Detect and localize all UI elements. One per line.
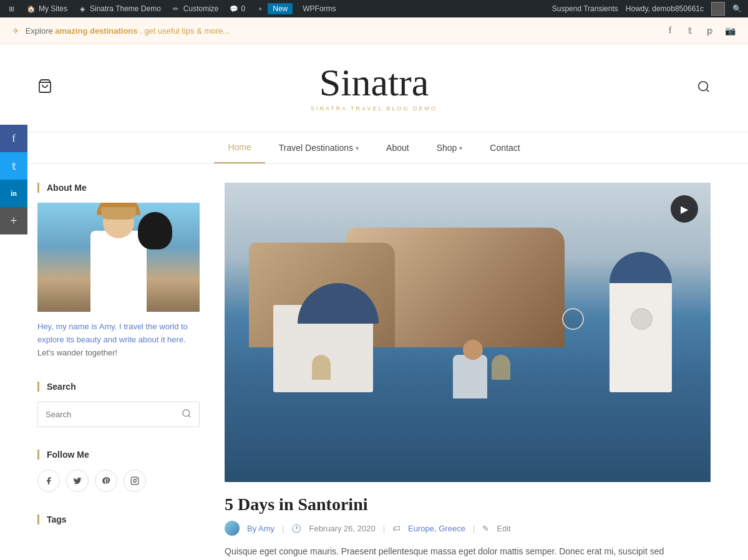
notice-pinterest-icon[interactable]: 𝕡 (704, 25, 716, 36)
tags-title: Tags (37, 514, 200, 524)
notice-rest: , get useful tips & more... (140, 26, 230, 36)
follow-pinterest-icon[interactable] (95, 470, 117, 492)
post-tag-icon: 🏷 (392, 524, 401, 533)
notice-intro: Explore (26, 26, 56, 36)
new-button[interactable]: New (268, 3, 293, 14)
search-input[interactable] (38, 403, 174, 425)
sidebar-facebook-btn[interactable]: f (0, 125, 27, 152)
nav-item-shop[interactable]: Shop ▾ (423, 133, 477, 163)
tags-section: Tags (37, 514, 200, 524)
svg-point-7 (137, 479, 137, 480)
my-sites-label: My Sites (39, 4, 67, 13)
follow-instagram-icon[interactable] (124, 470, 146, 492)
admin-bar-right: Suspend Transients Howdy, demob850661c 🔍 (552, 2, 742, 16)
main-nav: Home Travel Destinations ▾ About Shop ▾ … (0, 132, 748, 164)
nav-item-travel[interactable]: Travel Destinations ▾ (265, 133, 372, 163)
wp-icon: ⊞ (6, 4, 16, 14)
blog-main: ▶ 5 Days in Santorini By Amy | 🕐 Februar… (225, 183, 711, 559)
follow-twitter-icon[interactable] (66, 470, 89, 492)
post-edit-icon: ✎ (482, 524, 489, 533)
shop-chevron-icon: ▾ (459, 145, 462, 152)
wpforms-item[interactable]: WPForms (303, 4, 336, 13)
comments-item[interactable]: 💬 0 (229, 4, 246, 14)
new-icon: + (255, 4, 265, 14)
nav-item-home[interactable]: Home (214, 132, 265, 163)
follow-icons (37, 470, 200, 492)
sidebar-linkedin-btn[interactable]: in (0, 180, 27, 207)
notice-twitter-icon[interactable]: 𝕥 (684, 25, 696, 36)
travel-chevron-icon: ▾ (356, 145, 359, 152)
nav-item-about[interactable]: About (372, 133, 423, 163)
post-date: February 26, 2020 (309, 524, 375, 533)
customize-icon: ✏ (171, 4, 181, 14)
svg-rect-5 (131, 478, 138, 485)
suspend-transients[interactable]: Suspend Transients (552, 4, 618, 13)
search-box (37, 402, 200, 427)
notice-text: ✈ Explore amazing destinations , get use… (12, 26, 230, 36)
sites-icon: 🏠 (26, 4, 36, 14)
comments-count: 0 (241, 4, 246, 13)
new-item[interactable]: + New (255, 3, 293, 14)
svg-point-3 (183, 410, 190, 417)
admin-search-icon[interactable]: 🔍 (732, 4, 742, 13)
post-excerpt: Quisque eget congue mauris. Praesent pel… (225, 544, 711, 559)
customize-item[interactable]: ✏ Customize (171, 4, 219, 14)
play-icon: ▶ (681, 203, 688, 215)
my-sites-item[interactable]: 🏠 My Sites (26, 4, 67, 14)
search-section: Search (37, 382, 200, 427)
sidebar-twitter-btn[interactable]: 𝕥 (0, 152, 27, 180)
post-categories: Europe, Greece (408, 524, 465, 533)
nav-travel-label: Travel Destinations (279, 143, 353, 153)
site-header: Sinatra SINATRA TRAVEL BLOG DEMO (0, 44, 748, 132)
site-logo[interactable]: Sinatra SINATRA TRAVEL BLOG DEMO (311, 63, 437, 113)
logo-text: Sinatra (311, 63, 437, 102)
svg-line-4 (188, 415, 190, 417)
post-author: By Amy (247, 524, 274, 533)
sidebar: About Me Hey, my name is Amy. I travel t… (37, 183, 200, 559)
main-content: About Me Hey, my name is Amy. I travel t… (0, 164, 748, 560)
meta-sep-1: | (282, 524, 284, 533)
post-date-icon: 🕐 (291, 524, 301, 533)
wp-logo[interactable]: ⊞ (6, 4, 16, 14)
meta-sep-3: | (473, 524, 475, 533)
notice-facebook-icon[interactable]: f (664, 25, 676, 36)
about-me-image (37, 203, 200, 312)
header-search-icon[interactable] (697, 80, 711, 97)
comments-icon: 💬 (229, 4, 239, 14)
notice-plane-icon: ✈ (12, 26, 19, 36)
sidebar-plus-btn[interactable]: + (0, 207, 27, 234)
svg-point-1 (699, 81, 708, 90)
meta-sep-2: | (383, 524, 385, 533)
play-button[interactable]: ▶ (671, 195, 698, 223)
nav-shop-label: Shop (437, 143, 457, 153)
cart-icon[interactable] (37, 79, 52, 97)
user-avatar-small (711, 2, 725, 16)
about-me-title: About Me (37, 183, 200, 193)
about-text-normal: Let's wander together! (37, 348, 117, 357)
about-me-section: About Me Hey, my name is Amy. I travel t… (37, 183, 200, 359)
nav-home-label: Home (228, 142, 251, 152)
search-button[interactable] (174, 402, 199, 427)
theme-demo-item[interactable]: ◈ Sinatra Theme Demo (77, 4, 161, 14)
follow-me-title: Follow Me (37, 450, 200, 460)
post-author-avatar (225, 521, 240, 536)
theme-icon: ◈ (77, 4, 87, 14)
about-text-blue: Hey, my name is Amy. I travel the world … (37, 322, 188, 344)
notice-instagram-icon[interactable]: 📷 (724, 25, 736, 36)
howdy-user: Howdy, demob850661c (626, 4, 704, 13)
svg-point-6 (134, 480, 137, 483)
post-meta: By Amy | 🕐 February 26, 2020 | 🏷 Europe,… (225, 521, 711, 536)
notice-bar: ✈ Explore amazing destinations , get use… (0, 17, 748, 44)
search-title: Search (37, 382, 200, 392)
wpforms-label: WPForms (303, 4, 336, 13)
follow-facebook-icon[interactable] (37, 470, 60, 492)
svg-line-2 (706, 89, 709, 92)
post-title: 5 Days in Santorini (225, 495, 711, 514)
notice-highlight: amazing destinations (55, 26, 137, 36)
notice-social-icons: f 𝕥 𝕡 📷 (664, 25, 736, 36)
logo-tagline: SINATRA TRAVEL BLOG DEMO (311, 105, 437, 112)
nav-item-contact[interactable]: Contact (476, 133, 533, 163)
post-edit-label[interactable]: Edit (497, 524, 510, 533)
social-sidebar: f 𝕥 in + (0, 125, 27, 234)
nav-contact-label: Contact (490, 143, 520, 153)
